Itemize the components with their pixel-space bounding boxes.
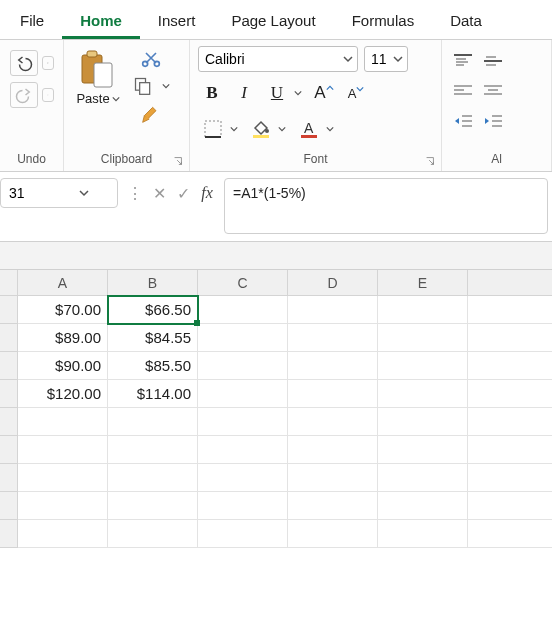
- cell-a4[interactable]: $120.00: [18, 380, 108, 408]
- row-header[interactable]: [0, 296, 18, 324]
- increase-font-button[interactable]: A: [310, 79, 338, 107]
- cell[interactable]: [198, 464, 288, 492]
- undo-button[interactable]: [10, 50, 38, 76]
- cell[interactable]: [108, 492, 198, 520]
- tab-insert[interactable]: Insert: [140, 4, 214, 39]
- cell[interactable]: [468, 408, 552, 436]
- row-header[interactable]: [0, 408, 18, 436]
- row-header[interactable]: [0, 380, 18, 408]
- tab-formulas[interactable]: Formulas: [334, 4, 433, 39]
- select-all-corner[interactable]: [0, 270, 18, 296]
- cell-d1[interactable]: [288, 296, 378, 324]
- clipboard-launcher[interactable]: [171, 154, 185, 168]
- cell[interactable]: [108, 464, 198, 492]
- cell-b2[interactable]: $84.55: [108, 324, 198, 352]
- font-launcher[interactable]: [423, 154, 437, 168]
- cell[interactable]: [378, 464, 468, 492]
- col-header-d[interactable]: D: [288, 270, 378, 296]
- underline-dropdown[interactable]: [291, 79, 305, 107]
- cell-a3[interactable]: $90.00: [18, 352, 108, 380]
- cell-f4[interactable]: [468, 380, 552, 408]
- font-color-dropdown[interactable]: [323, 115, 337, 143]
- undo-dropdown[interactable]: [42, 56, 54, 70]
- row-header[interactable]: [0, 520, 18, 548]
- cell[interactable]: [18, 408, 108, 436]
- format-painter-button[interactable]: [138, 102, 164, 126]
- borders-button[interactable]: [199, 115, 227, 143]
- cell[interactable]: [468, 520, 552, 548]
- increase-indent-button[interactable]: [480, 109, 506, 133]
- spreadsheet-grid[interactable]: A B C D E $70.00 $66.50 $89.00 $84.55 $9…: [0, 270, 552, 548]
- cell[interactable]: [468, 436, 552, 464]
- cut-button[interactable]: [138, 46, 164, 70]
- underline-button[interactable]: U: [263, 79, 291, 107]
- tab-page-layout[interactable]: Page Layout: [213, 4, 333, 39]
- cell[interactable]: [468, 492, 552, 520]
- cell-a2[interactable]: $89.00: [18, 324, 108, 352]
- align-middle-button[interactable]: [480, 49, 506, 73]
- align-center-button[interactable]: [480, 79, 506, 103]
- cell-d3[interactable]: [288, 352, 378, 380]
- cell-e2[interactable]: [378, 324, 468, 352]
- cell[interactable]: [378, 492, 468, 520]
- cell-b3[interactable]: $85.50: [108, 352, 198, 380]
- enter-formula-button[interactable]: ✓: [172, 182, 194, 204]
- cell[interactable]: [108, 520, 198, 548]
- cell[interactable]: [378, 520, 468, 548]
- col-header-b[interactable]: B: [108, 270, 198, 296]
- row-header[interactable]: [0, 352, 18, 380]
- name-box-input[interactable]: [9, 185, 79, 201]
- cell-d4[interactable]: [288, 380, 378, 408]
- cell[interactable]: [378, 436, 468, 464]
- cell[interactable]: [108, 436, 198, 464]
- tab-data[interactable]: Data: [432, 4, 500, 39]
- cell-d2[interactable]: [288, 324, 378, 352]
- row-header[interactable]: [0, 324, 18, 352]
- cell-c3[interactable]: [198, 352, 288, 380]
- cell-c2[interactable]: [198, 324, 288, 352]
- fill-color-button[interactable]: [247, 115, 275, 143]
- italic-button[interactable]: I: [230, 79, 258, 107]
- cell[interactable]: [18, 520, 108, 548]
- cell[interactable]: [378, 408, 468, 436]
- cancel-formula-button[interactable]: ✕: [148, 182, 170, 204]
- decrease-indent-button[interactable]: [450, 109, 476, 133]
- name-box[interactable]: [0, 178, 118, 208]
- cell[interactable]: [18, 436, 108, 464]
- copy-dropdown[interactable]: [160, 81, 172, 91]
- row-header[interactable]: [0, 492, 18, 520]
- cell[interactable]: [198, 436, 288, 464]
- cell-c1[interactable]: [198, 296, 288, 324]
- tab-file[interactable]: File: [2, 4, 62, 39]
- row-header[interactable]: [0, 464, 18, 492]
- formula-input[interactable]: =A1*(1-5%): [224, 178, 548, 234]
- col-header-a[interactable]: A: [18, 270, 108, 296]
- cell[interactable]: [18, 492, 108, 520]
- cell-e4[interactable]: [378, 380, 468, 408]
- paste-button[interactable]: Paste: [72, 46, 124, 107]
- tab-home[interactable]: Home: [62, 4, 140, 39]
- align-top-button[interactable]: [450, 49, 476, 73]
- copy-button[interactable]: [130, 74, 156, 98]
- bold-button[interactable]: B: [198, 79, 226, 107]
- cell-b4[interactable]: $114.00: [108, 380, 198, 408]
- cell-f1[interactable]: [468, 296, 552, 324]
- cell-c4[interactable]: [198, 380, 288, 408]
- col-header-c[interactable]: C: [198, 270, 288, 296]
- align-left-button[interactable]: [450, 79, 476, 103]
- cell-e3[interactable]: [378, 352, 468, 380]
- fx-icon[interactable]: fx: [196, 182, 218, 204]
- cell[interactable]: [288, 464, 378, 492]
- cell[interactable]: [288, 408, 378, 436]
- cell-f2[interactable]: [468, 324, 552, 352]
- col-header-f[interactable]: [468, 270, 552, 296]
- decrease-font-button[interactable]: A: [342, 79, 370, 107]
- cell[interactable]: [108, 408, 198, 436]
- cell-b1[interactable]: $66.50: [108, 296, 198, 324]
- cell-f3[interactable]: [468, 352, 552, 380]
- font-name-select[interactable]: [198, 46, 358, 72]
- cell-e1[interactable]: [378, 296, 468, 324]
- row-header[interactable]: [0, 436, 18, 464]
- cell[interactable]: [198, 492, 288, 520]
- cell[interactable]: [198, 520, 288, 548]
